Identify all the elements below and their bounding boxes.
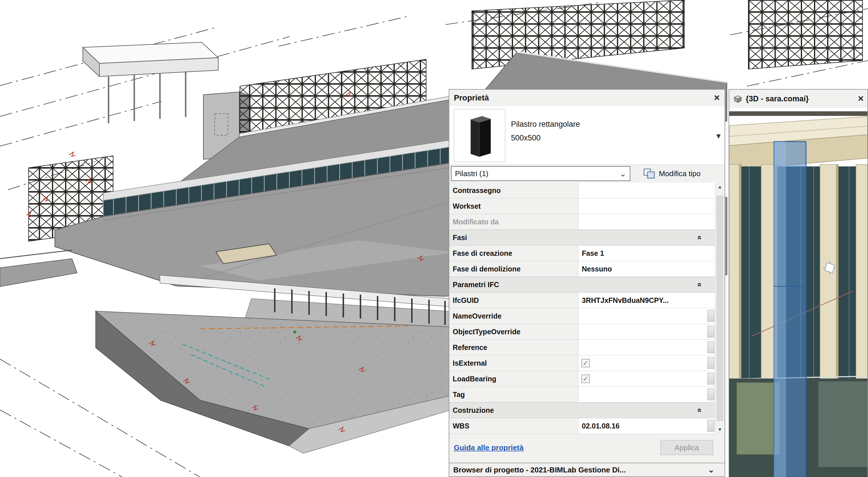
properties-footer: Guida alle proprietà Applica [449,440,724,455]
value-expand-button[interactable] [708,326,714,338]
section-label: Fasi [453,233,467,242]
element-filter-combobox[interactable]: Pilastri (1) ⌄ [451,166,630,181]
property-label: Fase di creazione [449,246,578,261]
property-label: NameOverride [449,308,578,324]
property-value-cell[interactable] [578,308,715,324]
expand-chevron-icon[interactable]: ⌄ [708,465,714,474]
scroll-up-icon[interactable]: ▲ [715,184,724,190]
property-value[interactable]: Nessuno [578,265,612,273]
collapse-chevron-icon[interactable]: « [695,283,704,287]
value-expand-button[interactable] [708,388,714,400]
value-expand-button[interactable] [708,420,714,432]
scrollbar-thumb[interactable] [717,196,723,421]
project-browser-header[interactable]: Browser di progetto - 2021-BIMLab Gestio… [449,463,724,476]
value-expand-button[interactable] [708,373,714,384]
property-row: Contrassegno [449,183,715,198]
apply-button[interactable]: Applica [660,440,713,455]
property-value-cell[interactable] [578,324,715,340]
close-icon[interactable]: ✕ [713,93,720,102]
close-icon[interactable]: ✕ [858,94,864,103]
edit-type-icon [643,168,655,179]
section-label: Costruzione [453,406,494,414]
property-row: Fase di demolizioneNessuno [449,261,715,277]
detail-view-title: {3D - sara.comai} [746,94,858,103]
property-label: Tag [449,387,578,402]
property-label: IsExternal [449,355,578,371]
property-value[interactable]: 3RHTJxFNvBduaN9CPY... [578,296,669,305]
detail-drawing[interactable] [729,108,867,477]
property-value[interactable]: Fase 1 [578,249,604,257]
property-row: LoadBearing✓ [449,371,715,387]
property-value-cell[interactable]: ✓ [578,371,715,386]
collapse-chevron-icon[interactable]: « [695,408,704,412]
properties-panel: Proprietà ✕ Pilastro rettangolare 500x50… [449,89,725,477]
element-filter-value: Pilastri (1) [455,169,488,178]
property-value-cell[interactable]: Fase 1 [578,246,715,261]
property-label: Contrassegno [449,183,578,198]
property-grid: ContrassegnoWorksetModificato daFasi«Fas… [449,183,715,434]
pedestrian-bridge [83,42,218,123]
property-row: Tag [449,387,715,403]
property-section-header[interactable]: Parametri IFC« [449,277,715,293]
type-thumbnail [454,109,505,162]
side-ramp [0,250,77,287]
property-row: ObjectTypeOverride [449,324,715,340]
checkbox[interactable]: ✓ [581,359,590,368]
property-label: LoadBearing [449,371,578,386]
property-value-cell[interactable] [578,340,715,355]
edit-type-label: Modifica tipo [659,169,701,178]
chevron-down-icon: ⌄ [620,169,626,179]
property-row: Modificato da [449,214,715,230]
section-label: Parametri IFC [453,281,499,289]
property-section-header[interactable]: Costruzione« [449,403,715,418]
scroll-down-icon[interactable]: ▼ [715,427,724,432]
property-section-header[interactable]: Fasi« [449,230,715,246]
property-value[interactable]: 02.01.08.16 [578,422,620,430]
filter-row: Pilastri (1) ⌄ Modifica tipo [449,165,724,183]
property-row: Workset [449,198,715,214]
checkbox[interactable]: ✓ [581,375,590,383]
properties-title: Proprietà [454,93,489,102]
property-value-cell[interactable] [578,214,715,229]
project-browser-label: Browser di progetto - 2021-BIMLab Gestio… [453,466,626,474]
properties-help-link[interactable]: Guida alle proprietà [454,443,524,452]
ground-apron [96,311,455,453]
view-3d-icon [733,94,743,104]
property-grid-wrap: ContrassegnoWorksetModificato daFasi«Fas… [449,183,724,434]
property-label: Modificato da [449,214,578,229]
edit-type-button[interactable]: Modifica tipo [641,166,702,181]
property-row: Reference [449,340,715,355]
selected-column[interactable] [774,141,806,477]
type-selector[interactable]: Pilastro rettangolare 500x500 ▾ [449,106,724,165]
detail-view-titlebar[interactable]: {3D - sara.comai} ✕ [729,90,867,108]
property-label: Workset [449,198,578,214]
property-row: NameOverride [449,308,715,324]
property-row: IsExternal✓ [449,355,715,371]
properties-titlebar[interactable]: Proprietà ✕ [449,90,724,106]
application-window: Proprietà ✕ Pilastro rettangolare 500x50… [0,0,868,477]
collapse-chevron-icon[interactable]: « [695,235,704,240]
value-expand-button[interactable] [708,357,714,369]
property-label: Fase di demolizione [449,261,578,277]
property-value-cell[interactable]: Nessuno [578,261,715,277]
property-value-cell[interactable]: 02.01.08.16 [578,418,715,434]
scrollbar[interactable]: ▲ ▼ [715,183,724,434]
property-value-cell[interactable]: 3RHTJxFNvBduaN9CPY... [578,293,715,308]
type-name: Pilastro rettangolare [511,120,580,129]
property-value-cell[interactable] [578,183,715,198]
type-size: 500x500 [511,134,541,142]
property-value-cell[interactable]: ✓ [578,355,715,371]
property-label: Reference [449,340,578,355]
property-label: ObjectTypeOverride [449,324,578,340]
value-expand-button[interactable] [708,310,714,322]
property-value-cell[interactable] [578,387,715,402]
property-row: Fase di creazioneFase 1 [449,246,715,261]
property-value-cell[interactable] [578,198,715,214]
property-label: WBS [449,418,578,434]
type-dropdown-icon[interactable]: ▾ [716,131,721,141]
detail-view-panel: {3D - sara.comai} ✕ [728,89,868,477]
value-expand-button[interactable] [708,341,714,353]
property-label: IfcGUID [449,293,578,308]
check-icon: ✓ [583,375,588,383]
check-icon: ✓ [583,359,588,367]
